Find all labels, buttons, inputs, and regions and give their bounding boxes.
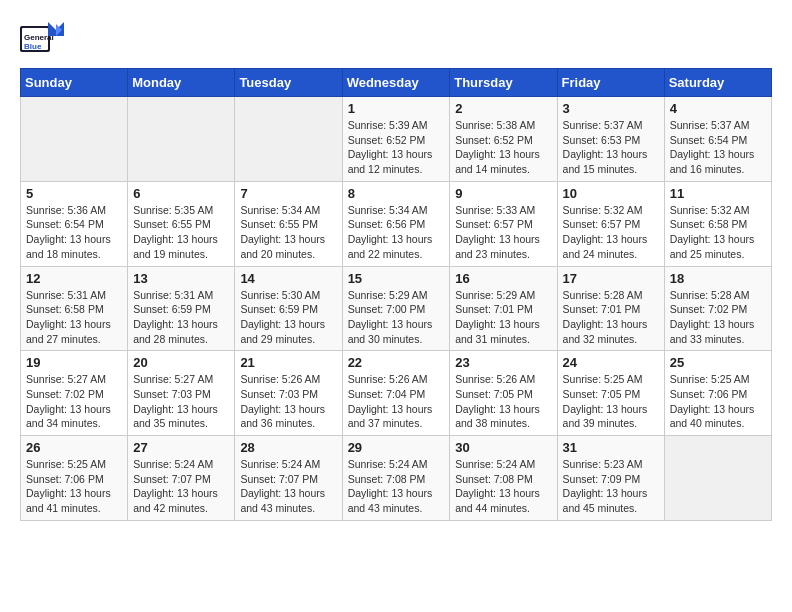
- calendar-cell: 6Sunrise: 5:35 AM Sunset: 6:55 PM Daylig…: [128, 181, 235, 266]
- calendar-cell: 20Sunrise: 5:27 AM Sunset: 7:03 PM Dayli…: [128, 351, 235, 436]
- day-number: 23: [455, 355, 551, 370]
- day-info: Sunrise: 5:32 AM Sunset: 6:58 PM Dayligh…: [670, 203, 766, 262]
- page-header: General Blue: [20, 20, 772, 58]
- day-info: Sunrise: 5:30 AM Sunset: 6:59 PM Dayligh…: [240, 288, 336, 347]
- weekday-header: Monday: [128, 69, 235, 97]
- day-info: Sunrise: 5:29 AM Sunset: 7:01 PM Dayligh…: [455, 288, 551, 347]
- day-info: Sunrise: 5:37 AM Sunset: 6:53 PM Dayligh…: [563, 118, 659, 177]
- weekday-header: Thursday: [450, 69, 557, 97]
- day-number: 31: [563, 440, 659, 455]
- calendar-cell: 27Sunrise: 5:24 AM Sunset: 7:07 PM Dayli…: [128, 436, 235, 521]
- day-number: 19: [26, 355, 122, 370]
- day-info: Sunrise: 5:24 AM Sunset: 7:08 PM Dayligh…: [348, 457, 445, 516]
- day-info: Sunrise: 5:29 AM Sunset: 7:00 PM Dayligh…: [348, 288, 445, 347]
- day-number: 26: [26, 440, 122, 455]
- day-number: 3: [563, 101, 659, 116]
- calendar-cell: 16Sunrise: 5:29 AM Sunset: 7:01 PM Dayli…: [450, 266, 557, 351]
- calendar-cell: 15Sunrise: 5:29 AM Sunset: 7:00 PM Dayli…: [342, 266, 450, 351]
- calendar-table: SundayMondayTuesdayWednesdayThursdayFrid…: [20, 68, 772, 521]
- day-number: 10: [563, 186, 659, 201]
- day-number: 1: [348, 101, 445, 116]
- day-info: Sunrise: 5:36 AM Sunset: 6:54 PM Dayligh…: [26, 203, 122, 262]
- calendar-cell: [21, 97, 128, 182]
- day-info: Sunrise: 5:26 AM Sunset: 7:03 PM Dayligh…: [240, 372, 336, 431]
- day-info: Sunrise: 5:24 AM Sunset: 7:08 PM Dayligh…: [455, 457, 551, 516]
- calendar-cell: 29Sunrise: 5:24 AM Sunset: 7:08 PM Dayli…: [342, 436, 450, 521]
- day-number: 30: [455, 440, 551, 455]
- calendar-cell: 11Sunrise: 5:32 AM Sunset: 6:58 PM Dayli…: [664, 181, 771, 266]
- day-number: 16: [455, 271, 551, 286]
- day-info: Sunrise: 5:24 AM Sunset: 7:07 PM Dayligh…: [240, 457, 336, 516]
- day-number: 7: [240, 186, 336, 201]
- day-info: Sunrise: 5:26 AM Sunset: 7:05 PM Dayligh…: [455, 372, 551, 431]
- calendar-cell: 17Sunrise: 5:28 AM Sunset: 7:01 PM Dayli…: [557, 266, 664, 351]
- day-number: 28: [240, 440, 336, 455]
- day-number: 29: [348, 440, 445, 455]
- day-info: Sunrise: 5:28 AM Sunset: 7:01 PM Dayligh…: [563, 288, 659, 347]
- day-info: Sunrise: 5:34 AM Sunset: 6:56 PM Dayligh…: [348, 203, 445, 262]
- day-number: 24: [563, 355, 659, 370]
- svg-text:Blue: Blue: [24, 42, 42, 51]
- weekday-header: Sunday: [21, 69, 128, 97]
- calendar-cell: 14Sunrise: 5:30 AM Sunset: 6:59 PM Dayli…: [235, 266, 342, 351]
- weekday-header: Saturday: [664, 69, 771, 97]
- calendar-cell: [235, 97, 342, 182]
- logo-icon: General Blue: [20, 20, 68, 58]
- day-number: 22: [348, 355, 445, 370]
- calendar-cell: 2Sunrise: 5:38 AM Sunset: 6:52 PM Daylig…: [450, 97, 557, 182]
- calendar-week-row: 5Sunrise: 5:36 AM Sunset: 6:54 PM Daylig…: [21, 181, 772, 266]
- calendar-cell: [664, 436, 771, 521]
- calendar-cell: 7Sunrise: 5:34 AM Sunset: 6:55 PM Daylig…: [235, 181, 342, 266]
- day-number: 20: [133, 355, 229, 370]
- day-number: 13: [133, 271, 229, 286]
- day-number: 9: [455, 186, 551, 201]
- weekday-header: Wednesday: [342, 69, 450, 97]
- day-number: 14: [240, 271, 336, 286]
- calendar-cell: 26Sunrise: 5:25 AM Sunset: 7:06 PM Dayli…: [21, 436, 128, 521]
- calendar-cell: 4Sunrise: 5:37 AM Sunset: 6:54 PM Daylig…: [664, 97, 771, 182]
- day-info: Sunrise: 5:23 AM Sunset: 7:09 PM Dayligh…: [563, 457, 659, 516]
- day-number: 15: [348, 271, 445, 286]
- day-number: 6: [133, 186, 229, 201]
- weekday-header: Tuesday: [235, 69, 342, 97]
- day-number: 8: [348, 186, 445, 201]
- calendar-cell: [128, 97, 235, 182]
- day-number: 25: [670, 355, 766, 370]
- day-info: Sunrise: 5:27 AM Sunset: 7:03 PM Dayligh…: [133, 372, 229, 431]
- day-info: Sunrise: 5:25 AM Sunset: 7:06 PM Dayligh…: [26, 457, 122, 516]
- day-info: Sunrise: 5:31 AM Sunset: 6:58 PM Dayligh…: [26, 288, 122, 347]
- calendar-cell: 10Sunrise: 5:32 AM Sunset: 6:57 PM Dayli…: [557, 181, 664, 266]
- day-info: Sunrise: 5:25 AM Sunset: 7:05 PM Dayligh…: [563, 372, 659, 431]
- calendar-header-row: SundayMondayTuesdayWednesdayThursdayFrid…: [21, 69, 772, 97]
- day-info: Sunrise: 5:38 AM Sunset: 6:52 PM Dayligh…: [455, 118, 551, 177]
- day-info: Sunrise: 5:31 AM Sunset: 6:59 PM Dayligh…: [133, 288, 229, 347]
- day-number: 21: [240, 355, 336, 370]
- calendar-cell: 28Sunrise: 5:24 AM Sunset: 7:07 PM Dayli…: [235, 436, 342, 521]
- calendar-week-row: 12Sunrise: 5:31 AM Sunset: 6:58 PM Dayli…: [21, 266, 772, 351]
- calendar-cell: 12Sunrise: 5:31 AM Sunset: 6:58 PM Dayli…: [21, 266, 128, 351]
- day-info: Sunrise: 5:35 AM Sunset: 6:55 PM Dayligh…: [133, 203, 229, 262]
- calendar-cell: 24Sunrise: 5:25 AM Sunset: 7:05 PM Dayli…: [557, 351, 664, 436]
- day-number: 12: [26, 271, 122, 286]
- calendar-cell: 8Sunrise: 5:34 AM Sunset: 6:56 PM Daylig…: [342, 181, 450, 266]
- day-info: Sunrise: 5:33 AM Sunset: 6:57 PM Dayligh…: [455, 203, 551, 262]
- day-number: 17: [563, 271, 659, 286]
- calendar-cell: 13Sunrise: 5:31 AM Sunset: 6:59 PM Dayli…: [128, 266, 235, 351]
- calendar-cell: 18Sunrise: 5:28 AM Sunset: 7:02 PM Dayli…: [664, 266, 771, 351]
- calendar-cell: 30Sunrise: 5:24 AM Sunset: 7:08 PM Dayli…: [450, 436, 557, 521]
- calendar-cell: 23Sunrise: 5:26 AM Sunset: 7:05 PM Dayli…: [450, 351, 557, 436]
- day-info: Sunrise: 5:34 AM Sunset: 6:55 PM Dayligh…: [240, 203, 336, 262]
- calendar-cell: 19Sunrise: 5:27 AM Sunset: 7:02 PM Dayli…: [21, 351, 128, 436]
- calendar-cell: 25Sunrise: 5:25 AM Sunset: 7:06 PM Dayli…: [664, 351, 771, 436]
- logo: General Blue: [20, 20, 68, 58]
- calendar-cell: 5Sunrise: 5:36 AM Sunset: 6:54 PM Daylig…: [21, 181, 128, 266]
- calendar-cell: 3Sunrise: 5:37 AM Sunset: 6:53 PM Daylig…: [557, 97, 664, 182]
- day-number: 18: [670, 271, 766, 286]
- day-number: 5: [26, 186, 122, 201]
- calendar-cell: 9Sunrise: 5:33 AM Sunset: 6:57 PM Daylig…: [450, 181, 557, 266]
- day-number: 4: [670, 101, 766, 116]
- day-info: Sunrise: 5:37 AM Sunset: 6:54 PM Dayligh…: [670, 118, 766, 177]
- day-info: Sunrise: 5:26 AM Sunset: 7:04 PM Dayligh…: [348, 372, 445, 431]
- calendar-week-row: 1Sunrise: 5:39 AM Sunset: 6:52 PM Daylig…: [21, 97, 772, 182]
- calendar-cell: 1Sunrise: 5:39 AM Sunset: 6:52 PM Daylig…: [342, 97, 450, 182]
